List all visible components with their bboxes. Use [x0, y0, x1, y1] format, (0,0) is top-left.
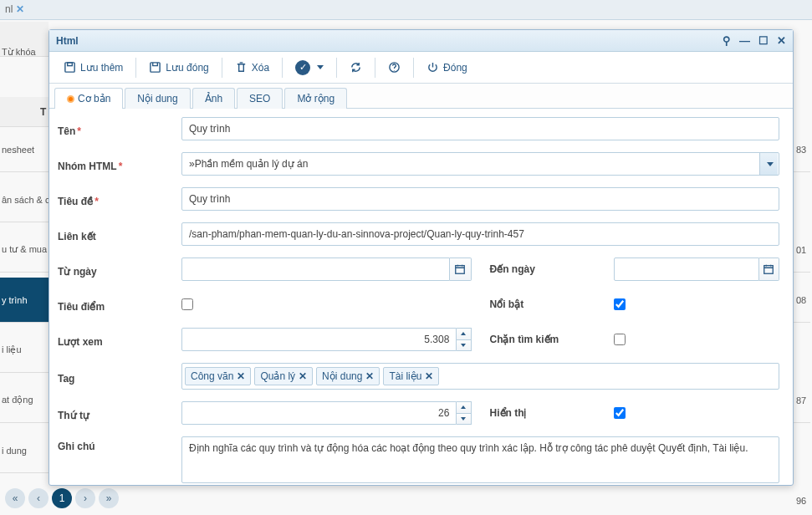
order-input[interactable] [181, 401, 457, 425]
pager-page-1[interactable]: 1 [52, 488, 72, 508]
svg-rect-1 [68, 63, 73, 66]
block-search-checkbox[interactable] [614, 334, 626, 345]
name-label: Tên* [58, 121, 181, 137]
bg-num: 83 [792, 127, 810, 172]
close-icon[interactable]: ✕ [16, 3, 24, 15]
help-icon [388, 61, 401, 74]
block-search-label: Chặn tìm kiếm [490, 334, 614, 345]
chevron-down-icon [317, 65, 324, 69]
pin-icon[interactable]: ⚲ [723, 34, 731, 47]
focus-checkbox[interactable] [181, 298, 193, 310]
close-icon[interactable]: ✕ [777, 34, 786, 47]
order-label: Thứ tự [58, 405, 181, 421]
check-icon: ✓ [295, 60, 310, 75]
pager-next[interactable]: › [75, 488, 95, 508]
tab-ảnh[interactable]: Ảnh [192, 88, 235, 109]
name-input[interactable] [181, 117, 779, 140]
from-date-input[interactable] [181, 258, 450, 281]
pager-prev[interactable]: ‹ [28, 488, 49, 508]
bg-row[interactable]: at động [0, 378, 49, 423]
help-button[interactable] [379, 55, 410, 80]
title-input[interactable] [181, 187, 779, 211]
dialog-title: Html [56, 35, 79, 47]
note-label: Ghi chú [58, 436, 181, 452]
remove-tag-icon[interactable]: ✕ [299, 370, 307, 382]
bg-row[interactable]: i liệu [0, 328, 49, 373]
order-spinner[interactable] [457, 401, 471, 425]
bg-row[interactable]: nesheet [0, 127, 49, 172]
views-label: Lượt xem [58, 332, 181, 348]
save-add-icon [64, 61, 76, 74]
title-label: Tiêu đề* [58, 191, 181, 207]
bg-row[interactable]: i dung [0, 428, 49, 473]
remove-tag-icon[interactable]: ✕ [365, 370, 374, 382]
tag-input[interactable]: Công văn✕Quản lý✕Nội dung✕Tài liệu✕ [181, 363, 779, 390]
active-dot-icon [67, 95, 74, 103]
trash-icon [235, 61, 248, 74]
tag-chip[interactable]: Nội dung✕ [316, 367, 380, 385]
toolbar: Lưu thêm Lưu đóng Xóa ✓ Đóng [49, 52, 793, 84]
bg-header: T [0, 97, 49, 127]
refresh-button[interactable] [340, 55, 371, 80]
from-date-label: Từ ngày [58, 262, 181, 278]
tag-chip[interactable]: Tài liệu✕ [383, 367, 439, 385]
pager: « ‹ 1 › » [5, 488, 119, 508]
note-textarea[interactable] [181, 436, 779, 483]
approve-dropdown[interactable]: ✓ [286, 55, 333, 80]
visible-label: Hiển thị [490, 407, 614, 419]
refresh-icon [350, 61, 362, 74]
featured-checkbox[interactable] [614, 298, 626, 310]
chevron-down-icon[interactable] [759, 153, 778, 175]
bg-num: 96 [792, 478, 810, 515]
svg-rect-5 [764, 266, 774, 274]
bg-row[interactable]: ân sách & c [0, 177, 49, 222]
svg-rect-0 [65, 63, 74, 72]
tab-mở-rộng[interactable]: Mở rộng [284, 88, 347, 109]
tab-nội-dung[interactable]: Nội dung [125, 88, 190, 109]
tag-chip[interactable]: Quản lý✕ [254, 367, 313, 385]
form-panel: Tên* Nhóm HTML* »Phần mềm quản lý dự án … [49, 109, 793, 485]
tab-strip: Cơ bảnNội dungẢnhSEOMở rộng [49, 84, 793, 109]
remove-tag-icon[interactable]: ✕ [237, 370, 245, 382]
visible-checkbox[interactable] [614, 407, 626, 419]
tag-label: Tag [58, 369, 181, 385]
close-button[interactable]: Đóng [417, 55, 477, 80]
featured-label: Nổi bật [490, 298, 614, 310]
delete-button[interactable]: Xóa [226, 55, 278, 80]
views-spinner[interactable] [457, 328, 471, 351]
bg-num: 01 [792, 227, 810, 273]
remove-tag-icon[interactable]: ✕ [425, 370, 433, 382]
group-label: Nhóm HTML* [58, 156, 181, 172]
tag-chip[interactable]: Công văn✕ [185, 367, 251, 385]
link-label: Liên kết [58, 227, 181, 242]
to-date-input[interactable] [614, 258, 759, 281]
maximize-icon[interactable]: ☐ [758, 34, 769, 47]
minimize-icon[interactable]: — [739, 34, 750, 47]
svg-rect-2 [151, 63, 160, 72]
save-close-icon [149, 61, 161, 74]
views-input[interactable] [181, 328, 457, 351]
group-combo[interactable]: »Phần mềm quản lý dự án [181, 152, 779, 176]
focus-label: Tiêu điểm [58, 297, 181, 313]
tab-seo[interactable]: SEO [237, 88, 283, 109]
bg-tab: nl✕ [0, 0, 812, 20]
to-date-label: Đến ngày [490, 263, 614, 275]
power-icon [426, 61, 439, 74]
dialog-titlebar: Html ⚲ — ☐ ✕ [49, 30, 793, 52]
svg-rect-4 [456, 266, 465, 274]
link-input[interactable] [181, 222, 779, 246]
bg-num: 87 [792, 378, 810, 423]
html-dialog: Html ⚲ — ☐ ✕ Lưu thêm Lưu đóng Xóa ✓ Đón… [49, 29, 794, 486]
tab-cơ-bản[interactable]: Cơ bản [54, 88, 123, 109]
bg-row[interactable]: y trình [0, 278, 49, 323]
group-value: »Phần mềm quản lý dự án [189, 158, 759, 170]
save-close-button[interactable]: Lưu đóng [140, 55, 217, 80]
save-add-button[interactable]: Lưu thêm [54, 55, 132, 80]
bg-row[interactable]: u tư & mua [0, 227, 49, 273]
calendar-icon[interactable] [450, 258, 472, 281]
pager-last[interactable]: » [99, 488, 119, 508]
search-label: Từ khóa [2, 47, 36, 58]
calendar-icon[interactable] [759, 258, 779, 281]
pager-first[interactable]: « [5, 488, 25, 508]
bg-num: 08 [792, 278, 810, 323]
